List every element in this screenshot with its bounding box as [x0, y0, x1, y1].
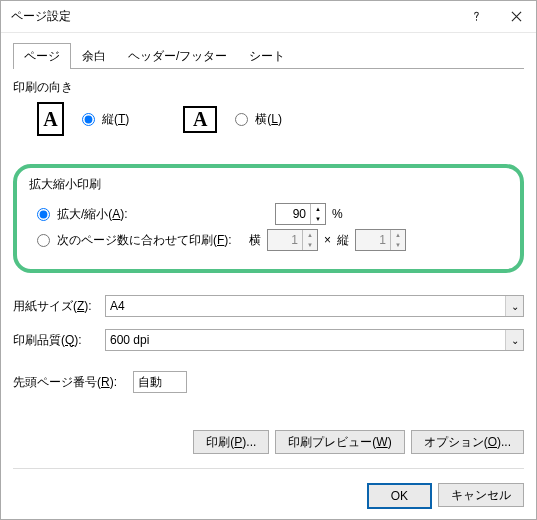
- scaling-fit-input[interactable]: [37, 234, 50, 247]
- page-setup-dialog: ページ設定 ページ 余白 ヘッダー/フッター シート 印刷の向き A 縦(T) …: [0, 0, 537, 520]
- first-page-value: 自動: [138, 374, 162, 391]
- spinner-arrows[interactable]: ▲▼: [310, 204, 325, 224]
- dialog-title: ページ設定: [11, 8, 456, 25]
- landscape-icon: A: [183, 106, 217, 133]
- first-page-label: 先頭ページ番号(R):: [13, 374, 133, 391]
- print-quality-value: 600 dpi: [110, 333, 519, 347]
- orientation-landscape-radio[interactable]: 横(L): [235, 111, 282, 128]
- paper-size-combo[interactable]: A4 ⌄: [105, 295, 524, 317]
- paper-size-value: A4: [110, 299, 519, 313]
- scaling-fit-wide-spinner[interactable]: ▲▼: [267, 229, 318, 251]
- close-icon: [511, 11, 522, 22]
- scaling-adjust-suffix: %: [332, 207, 343, 221]
- scaling-adjust-row: 拡大/縮小(A): ▲▼ %: [29, 201, 508, 227]
- tab-page-content: 印刷の向き A 縦(T) A 横(L) 拡大縮小印刷: [13, 69, 524, 509]
- print-button[interactable]: 印刷(P)...: [193, 430, 269, 454]
- tab-sheet[interactable]: シート: [238, 43, 296, 69]
- scaling-adjust-value[interactable]: [276, 204, 310, 224]
- dialog-body: ページ 余白 ヘッダー/フッター シート 印刷の向き A 縦(T) A 横(L): [1, 33, 536, 519]
- titlebar: ページ設定: [1, 1, 536, 33]
- scaling-fit-wide-label: 横: [249, 232, 261, 249]
- orientation-portrait-radio[interactable]: 縦(T): [82, 111, 129, 128]
- preview-button[interactable]: 印刷プレビュー(W): [275, 430, 404, 454]
- first-page-row: 先頭ページ番号(R): 自動: [13, 371, 524, 393]
- spinner-arrows[interactable]: ▲▼: [390, 230, 405, 250]
- chevron-down-icon: ⌄: [505, 330, 523, 350]
- spinner-arrows[interactable]: ▲▼: [302, 230, 317, 250]
- help-icon: [471, 11, 482, 22]
- scaling-adjust-radio[interactable]: 拡大/縮小(A):: [37, 206, 217, 223]
- print-quality-label: 印刷品質(Q):: [13, 332, 105, 349]
- first-page-input[interactable]: 自動: [133, 371, 187, 393]
- tab-headerfooter[interactable]: ヘッダー/フッター: [117, 43, 238, 69]
- scaling-fit-radio[interactable]: 次のページ数に合わせて印刷(F):: [37, 232, 243, 249]
- scaling-adjust-label: 拡大/縮小(A):: [57, 206, 128, 223]
- print-quality-combo[interactable]: 600 dpi ⌄: [105, 329, 524, 351]
- dialog-button-row: OK キャンセル: [13, 483, 524, 509]
- ok-button[interactable]: OK: [367, 483, 432, 509]
- chevron-down-icon: ⌄: [505, 296, 523, 316]
- orientation-group-label: 印刷の向き: [13, 79, 524, 96]
- scaling-fit-wide-value[interactable]: [268, 230, 302, 250]
- options-button[interactable]: オプション(O)...: [411, 430, 524, 454]
- scaling-fit-tall-label: 縦: [337, 232, 349, 249]
- scaling-group-highlight: 拡大縮小印刷 拡大/縮小(A): ▲▼ %: [13, 164, 524, 273]
- scaling-fit-tall-value[interactable]: [356, 230, 390, 250]
- help-button[interactable]: [456, 1, 496, 33]
- action-button-row: 印刷(P)... 印刷プレビュー(W) オプション(O)...: [13, 430, 524, 454]
- paper-size-label: 用紙サイズ(Z):: [13, 298, 105, 315]
- orientation-landscape-label: 横(L): [255, 111, 282, 128]
- scaling-adjust-input[interactable]: [37, 208, 50, 221]
- portrait-icon: A: [37, 102, 64, 136]
- tab-page[interactable]: ページ: [13, 43, 71, 69]
- orientation-portrait-input[interactable]: [82, 113, 95, 126]
- tab-margins[interactable]: 余白: [71, 43, 117, 69]
- scaling-fit-row: 次のページ数に合わせて印刷(F): 横 ▲▼ × 縦 ▲▼: [29, 227, 508, 253]
- scaling-fit-cross: ×: [324, 233, 331, 247]
- print-quality-row: 印刷品質(Q): 600 dpi ⌄: [13, 329, 524, 351]
- scaling-fit-label: 次のページ数に合わせて印刷(F):: [57, 232, 232, 249]
- scaling-fit-tall-spinner[interactable]: ▲▼: [355, 229, 406, 251]
- paper-size-row: 用紙サイズ(Z): A4 ⌄: [13, 295, 524, 317]
- close-button[interactable]: [496, 1, 536, 33]
- separator: [13, 468, 524, 469]
- orientation-portrait-label: 縦(T): [102, 111, 129, 128]
- orientation-row: A 縦(T) A 横(L): [13, 102, 524, 136]
- cancel-button[interactable]: キャンセル: [438, 483, 524, 507]
- scaling-group-title: 拡大縮小印刷: [29, 176, 508, 193]
- orientation-landscape-input[interactable]: [235, 113, 248, 126]
- tab-strip: ページ 余白 ヘッダー/フッター シート: [13, 43, 524, 69]
- scaling-adjust-spinner[interactable]: ▲▼: [275, 203, 326, 225]
